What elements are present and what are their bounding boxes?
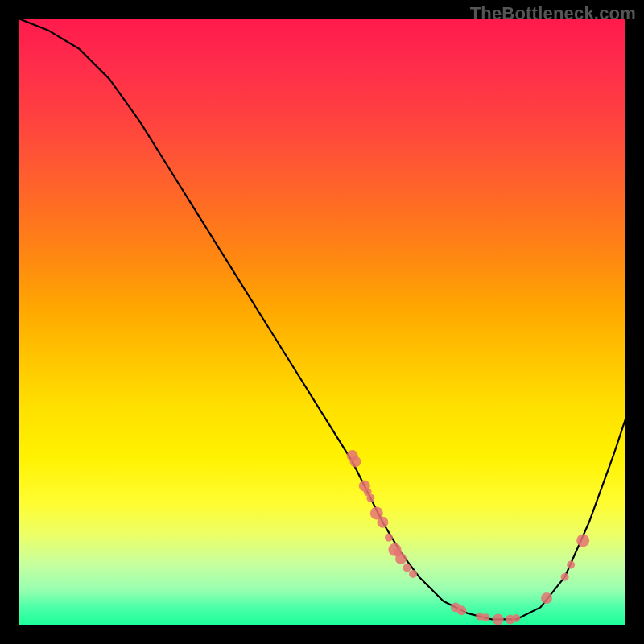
chart-plot-area [19, 19, 625, 625]
scatter-point [561, 573, 569, 581]
scatter-point [576, 534, 589, 547]
chart-svg [19, 19, 625, 625]
chart-container: TheBottleneck.com [0, 0, 644, 644]
scatter-point [482, 613, 490, 621]
scatter-point [403, 564, 411, 572]
scatter-point [493, 613, 504, 625]
scatter-point [366, 494, 374, 502]
watermark-text: TheBottleneck.com [470, 3, 636, 24]
scatter-point [409, 570, 417, 578]
scatter-point [541, 592, 552, 604]
scatter-point [385, 534, 393, 542]
scatter-point [456, 605, 466, 615]
scatter-point [512, 614, 520, 622]
scatter-point [395, 553, 407, 564]
bottleneck-curve-path [19, 19, 625, 619]
scatter-point [567, 561, 575, 569]
scatter-point [349, 456, 361, 467]
scatter-group [347, 450, 590, 625]
scatter-point [377, 517, 388, 528]
